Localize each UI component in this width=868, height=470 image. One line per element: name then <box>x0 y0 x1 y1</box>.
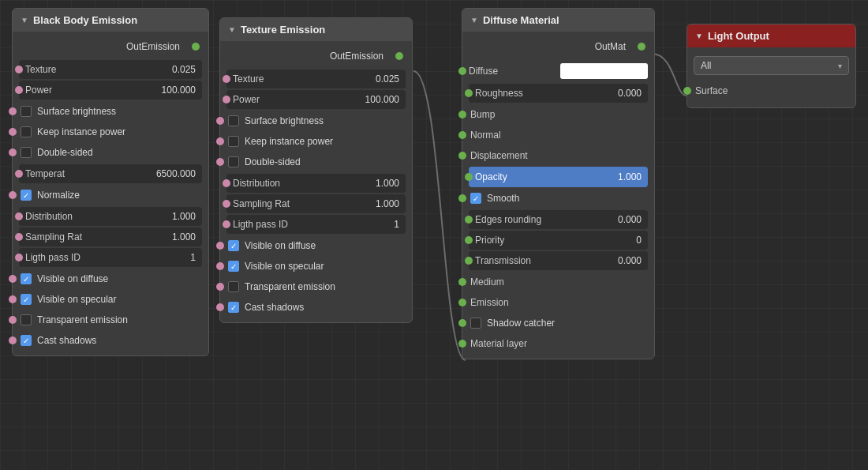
bb-cast-shadows-label: Cast shadows <box>37 335 96 346</box>
dm-bump-row: Bump <box>462 104 654 125</box>
te-visible-diffuse-checkbox[interactable]: ✓ <box>228 240 239 251</box>
dm-priority-row[interactable]: Priority 0 <box>469 231 648 250</box>
lo-dropdown-value: All <box>701 60 711 71</box>
te-sampling-row[interactable]: Sampling Rat 1.000 <box>226 194 406 213</box>
te-texture-row[interactable]: Texture 0.025 <box>226 70 406 88</box>
light-output-node: ▼ Light Output All ▾ Surface <box>687 24 856 108</box>
te-lightpass-row[interactable]: Ligth pass ID 1 <box>226 215 406 234</box>
te-collapse-icon[interactable]: ▼ <box>228 25 236 34</box>
dm-shadow-catcher-checkbox[interactable] <box>470 318 481 329</box>
bb-lightpass-row[interactable]: Ligth pass ID 1 <box>19 248 202 267</box>
dm-smooth-label: Smooth <box>487 193 519 204</box>
te-texture-socket <box>223 75 230 83</box>
bb-visible-diffuse-socket <box>9 275 17 283</box>
dm-smooth-checkbox[interactable]: ✓ <box>470 193 481 204</box>
bb-sampling-row[interactable]: Sampling Rat 1.000 <box>19 227 202 246</box>
bb-double-sided-checkbox[interactable] <box>21 147 32 158</box>
te-surface-brightness-socket <box>216 117 224 125</box>
bb-normalize-checkbox[interactable]: ✓ <box>21 190 32 201</box>
bb-lightpass-socket <box>15 254 23 261</box>
lo-surface-label: Surface <box>695 85 847 96</box>
bb-cast-shadows-row[interactable]: ✓ Cast shadows <box>13 330 208 351</box>
bb-visible-specular-row[interactable]: ✓ Visible on specular <box>13 289 208 310</box>
bb-visible-specular-label: Visible on specular <box>37 294 117 305</box>
dm-shadow-catcher-row[interactable]: Shadow catcher <box>462 313 654 333</box>
dm-diffuse-row[interactable]: Diffuse <box>462 60 654 82</box>
lo-collapse-icon[interactable]: ▼ <box>695 32 703 40</box>
dm-roughness-row[interactable]: Roughness 0.000 <box>469 84 648 103</box>
light-output-title: Light Output <box>708 30 769 42</box>
te-cast-shadows-row[interactable]: ✓ Cast shadows <box>220 297 412 318</box>
te-visible-specular-row[interactable]: ✓ Visible on specular <box>220 256 412 276</box>
bb-normalize-row[interactable]: ✓ Normalize <box>13 185 208 205</box>
texture-emission-header: ▼ Texture Emission <box>220 18 412 41</box>
diffuse-material-header: ▼ Diffuse Material <box>462 9 654 32</box>
dm-displacement-row: Displacement <box>462 145 654 166</box>
te-keep-instance-checkbox[interactable] <box>228 136 239 147</box>
bb-visible-specular-checkbox[interactable]: ✓ <box>21 294 32 305</box>
bb-distribution-row[interactable]: Distribution 1.000 <box>19 207 202 226</box>
te-visible-diffuse-row[interactable]: ✓ Visible on diffuse <box>220 235 412 256</box>
bb-temperat-socket <box>15 170 23 178</box>
bb-surface-brightness-row[interactable]: Surface brightness <box>13 101 208 122</box>
dm-medium-row: Medium <box>462 272 654 292</box>
te-sampling-socket <box>223 200 230 208</box>
diffuse-material-body: OutMat Diffuse Roughness 0.000 Bump Norm… <box>462 32 654 359</box>
dm-edges-rounding-label: Edges rounding <box>475 214 598 225</box>
dm-medium-label: Medium <box>470 276 646 288</box>
te-distribution-label: Distribution <box>233 178 356 189</box>
te-power-socket <box>223 96 230 103</box>
te-lightpass-value: 1 <box>356 219 399 230</box>
te-power-row[interactable]: Power 100.000 <box>226 90 406 109</box>
bb-visible-diffuse-checkbox[interactable]: ✓ <box>21 273 32 284</box>
out-emission-socket[interactable] <box>192 43 200 51</box>
dm-shadow-catcher-socket <box>458 319 466 327</box>
te-surface-brightness-checkbox[interactable] <box>228 115 239 126</box>
bb-normalize-label: Normalize <box>37 190 80 201</box>
dm-transmission-socket <box>465 257 473 265</box>
bb-cast-shadows-checkbox[interactable]: ✓ <box>21 335 32 346</box>
dm-collapse-icon[interactable]: ▼ <box>470 16 478 24</box>
te-visible-specular-socket <box>216 262 224 270</box>
dm-edges-rounding-row[interactable]: Edges rounding 0.000 <box>469 210 648 229</box>
te-surface-brightness-row[interactable]: Surface brightness <box>220 111 412 131</box>
collapse-triangle-icon[interactable]: ▼ <box>21 16 28 24</box>
bb-visible-diffuse-row[interactable]: ✓ Visible on diffuse <box>13 269 208 289</box>
te-keep-instance-row[interactable]: Keep instance power <box>220 131 412 152</box>
dm-transmission-label: Transmission <box>475 255 598 266</box>
lo-dropdown-row[interactable]: All ▾ <box>694 55 849 76</box>
te-distribution-row[interactable]: Distribution 1.000 <box>226 174 406 193</box>
dm-transmission-row[interactable]: Transmission 0.000 <box>469 251 648 270</box>
bb-transparent-checkbox[interactable] <box>21 314 32 325</box>
bb-keep-instance-checkbox[interactable] <box>21 126 32 137</box>
lo-dropdown[interactable]: All ▾ <box>694 56 849 75</box>
bb-surface-brightness-checkbox[interactable] <box>21 106 32 117</box>
black-body-emission-body: OutEmission Texture 0.025 Power 100.000 … <box>13 32 208 355</box>
te-visible-diffuse-socket <box>216 242 224 250</box>
bb-temperat-row[interactable]: Temperat 6500.000 <box>19 164 202 183</box>
bb-keep-instance-row[interactable]: Keep instance power <box>13 122 208 142</box>
te-transparent-checkbox[interactable] <box>228 281 239 292</box>
te-cast-shadows-checkbox[interactable]: ✓ <box>228 302 239 313</box>
te-double-sided-checkbox[interactable] <box>228 156 239 167</box>
dm-opacity-row[interactable]: Opacity 1.000 <box>469 167 648 187</box>
bb-power-row[interactable]: Power 100.000 <box>19 81 202 100</box>
dm-smooth-socket <box>458 194 466 202</box>
bb-double-sided-row[interactable]: Double-sided <box>13 142 208 163</box>
te-transparent-row[interactable]: Transparent emission <box>220 276 412 297</box>
te-texture-label: Texture <box>233 73 356 85</box>
te-out-emission-socket[interactable] <box>395 52 403 60</box>
out-emission-output-row: OutEmission <box>13 36 208 57</box>
dm-emission-label: Emission <box>470 297 646 308</box>
te-double-sided-row[interactable]: Double-sided <box>220 152 412 172</box>
bb-texture-row[interactable]: Texture 0.025 <box>19 60 202 79</box>
te-visible-specular-checkbox[interactable]: ✓ <box>228 261 239 272</box>
bb-visible-diffuse-label: Visible on diffuse <box>37 273 108 284</box>
dm-bump-socket <box>458 111 466 118</box>
light-output-body: All ▾ Surface <box>687 47 855 107</box>
dm-out-mat-socket[interactable] <box>638 43 645 51</box>
bb-transparent-row[interactable]: Transparent emission <box>13 310 208 330</box>
dm-emission-row: Emission <box>462 292 654 313</box>
dm-diffuse-color-swatch[interactable] <box>560 63 649 79</box>
dm-smooth-row[interactable]: ✓ Smooth <box>462 188 654 209</box>
